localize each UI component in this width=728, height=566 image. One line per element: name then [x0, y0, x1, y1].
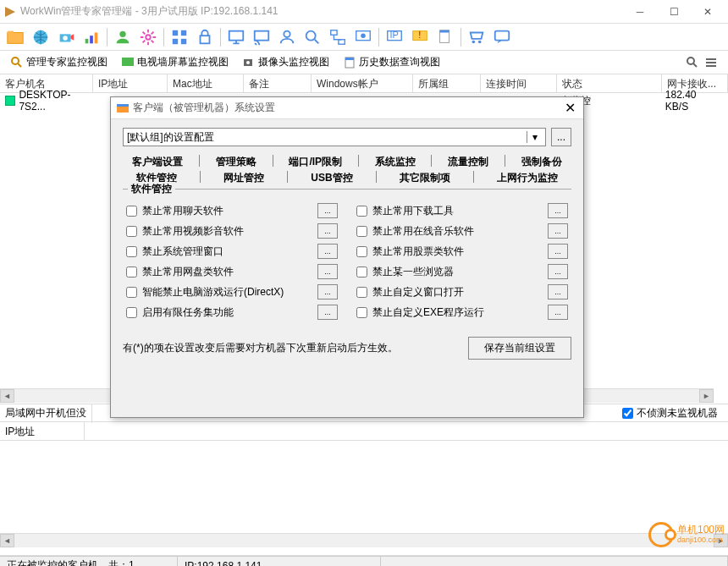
col-ip[interactable]: IP地址 — [93, 74, 168, 92]
chat-more-button[interactable]: ... — [317, 203, 338, 218]
check-sysmgmt[interactable] — [126, 246, 137, 257]
camera-small-icon — [242, 56, 256, 69]
no-detect-checkbox[interactable] — [622, 408, 633, 419]
save-button[interactable]: 保存当前组设置 — [468, 337, 571, 360]
sub-tab-camera[interactable]: 摄像头监控视图 — [235, 53, 336, 71]
dialog-tabs-row2: 软件管控 网址管控 USB管控 其它限制项 上网行为监控 — [123, 171, 571, 185]
toolbar-doc-icon[interactable] — [433, 25, 457, 49]
col-mac[interactable]: Mac地址 — [168, 74, 244, 92]
customwin-more-button[interactable]: ... — [548, 284, 568, 299]
check-music[interactable] — [356, 226, 367, 237]
check-netdisk[interactable] — [126, 267, 137, 278]
tab-backup[interactable]: 强制备份 — [518, 155, 565, 169]
toolbar-cart-icon[interactable] — [465, 25, 488, 49]
toolbar-chat-icon[interactable] — [490, 25, 514, 49]
dropdown-icon: ▾ — [527, 131, 542, 143]
download-more-button[interactable]: ... — [548, 203, 568, 218]
col-remark[interactable]: 备注 — [244, 74, 312, 92]
check-tasks[interactable] — [126, 307, 137, 318]
group-config-select[interactable]: [默认组]的设置配置 ▾ — [123, 128, 546, 146]
svg-rect-5 — [85, 38, 89, 43]
browser-more-button[interactable]: ... — [548, 264, 568, 279]
group-more-button[interactable]: ... — [551, 128, 571, 146]
tab-traffic[interactable]: 流量控制 — [444, 155, 492, 169]
titlebar-text: WorkWin管理专家管理端 - 3用户试用版 IP:192.168.1.141 — [20, 4, 623, 19]
toolbar-user-icon[interactable] — [111, 25, 135, 49]
check-sysmgmt-label: 禁止系统管理窗口 — [142, 245, 317, 259]
stock-more-button[interactable]: ... — [548, 244, 568, 259]
check-chat-label: 禁止常用聊天软件 — [142, 204, 317, 218]
svg-rect-10 — [173, 30, 178, 35]
sub-tab-monitor[interactable]: 管理专家监控视图 — [3, 53, 114, 71]
check-customwin[interactable] — [356, 287, 367, 298]
sub-tab-label: 管理专家监控视图 — [26, 55, 108, 69]
horizontal-scrollbar-lower[interactable]: ◄► — [0, 533, 728, 547]
svg-point-35 — [246, 61, 250, 64]
dialog-title-text: 客户端（被管理机器）系统设置 — [133, 101, 561, 115]
check-customexe[interactable] — [356, 307, 367, 318]
tab-usb[interactable]: USB管控 — [307, 171, 356, 185]
toolbar-network1-icon[interactable] — [326, 25, 350, 49]
toolbar-stats-icon[interactable] — [80, 25, 103, 49]
svg-point-4 — [63, 36, 68, 41]
check-download[interactable] — [356, 206, 367, 217]
sub-search-icon[interactable] — [684, 54, 701, 71]
toolbar-network2-icon[interactable] — [351, 25, 375, 49]
tab-policy[interactable]: 管理策略 — [212, 155, 260, 169]
svg-rect-28 — [440, 30, 449, 32]
game-more-button[interactable]: ... — [317, 284, 338, 299]
dialog-titlebar: 客户端（被管理机器）系统设置 ✕ — [111, 97, 583, 119]
tab-url[interactable]: 网址管控 — [220, 171, 267, 185]
sysmgmt-more-button[interactable]: ... — [317, 244, 338, 259]
tab-behavior[interactable]: 上网行为监控 — [494, 171, 561, 185]
minimize-button[interactable]: ─ — [623, 0, 657, 24]
sub-tab-tvwall[interactable]: 电视墙屏幕监控视图 — [114, 53, 235, 71]
toolbar-ip-icon[interactable]: IP — [383, 25, 406, 49]
toolbar-lock-icon[interactable] — [193, 25, 217, 49]
dialog-close-button[interactable]: ✕ — [561, 100, 578, 117]
toolbar-grid-icon[interactable] — [168, 25, 191, 49]
check-chat[interactable] — [126, 206, 137, 217]
tasks-more-button[interactable]: ... — [317, 305, 338, 320]
tab-sysmon[interactable]: 系统监控 — [372, 155, 419, 169]
dialog-icon — [116, 102, 130, 115]
col-winacct[interactable]: Windows帐户 — [312, 74, 413, 92]
groupbox-title: 软件管控 — [128, 182, 175, 196]
toolbar-camera-icon[interactable] — [54, 25, 78, 49]
check-stock[interactable] — [356, 246, 367, 257]
check-browser[interactable] — [356, 267, 367, 278]
toolbar-settings-icon[interactable] — [136, 25, 160, 49]
tab-port-ip[interactable]: 端口/IP限制 — [285, 155, 345, 169]
col-group[interactable]: 所属组 — [413, 74, 481, 92]
music-more-button[interactable]: ... — [548, 223, 568, 239]
svg-rect-7 — [95, 32, 98, 43]
toolbar-alert-icon[interactable]: ! — [408, 25, 432, 49]
col-status[interactable]: 状态 — [557, 74, 662, 92]
tab-other[interactable]: 其它限制项 — [396, 171, 454, 185]
close-button[interactable]: ✕ — [691, 0, 725, 24]
svg-point-17 — [284, 30, 290, 36]
video-more-button[interactable]: ... — [317, 223, 338, 239]
toolbar-search-icon[interactable] — [301, 25, 324, 49]
sub-tab-history[interactable]: 历史数据查询视图 — [336, 53, 447, 71]
svg-point-30 — [478, 40, 482, 43]
netdisk-more-button[interactable]: ... — [317, 264, 338, 279]
ip-col-header[interactable]: IP地址 — [0, 422, 85, 440]
check-video-label: 禁止常用视频影音软件 — [142, 224, 317, 239]
maximize-button[interactable]: ☐ — [657, 0, 691, 24]
sub-tab-label: 电视墙屏幕监控视图 — [137, 55, 229, 69]
svg-point-22 — [361, 33, 366, 38]
statusbar-ip: IP:192.168.1.141 — [178, 557, 381, 566]
check-video[interactable] — [126, 226, 137, 237]
col-conntime[interactable]: 连接时间 — [481, 74, 557, 92]
toolbar-person-icon[interactable] — [275, 25, 299, 49]
toolbar-folder-icon[interactable] — [3, 25, 27, 49]
toolbar-globe-icon[interactable] — [29, 25, 52, 49]
software-control-groupbox: 软件管控 禁止常用聊天软件... 禁止常用下载工具... 禁止常用视频影音软件.… — [123, 189, 571, 320]
toolbar-monitor-icon[interactable] — [224, 25, 248, 49]
tab-client-settings[interactable]: 客户端设置 — [129, 155, 186, 169]
check-game[interactable] — [126, 287, 137, 298]
customexe-more-button[interactable]: ... — [548, 305, 568, 320]
toolbar-cast-icon[interactable] — [250, 25, 273, 49]
sub-menu-icon[interactable] — [703, 54, 720, 71]
